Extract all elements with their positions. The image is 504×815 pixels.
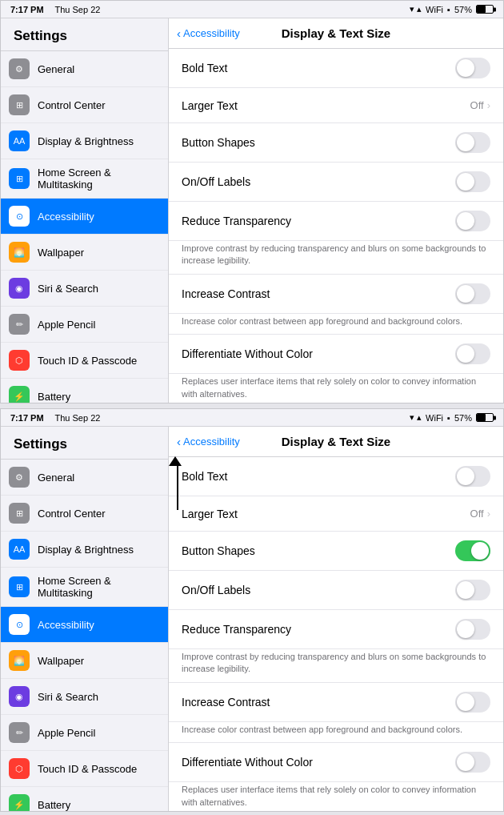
sidebar-item-wallpaper[interactable]: 🌅 Wallpaper [1, 643, 168, 679]
battery-percent: 57% [454, 5, 472, 14]
toggle-reduce-transparency[interactable] [455, 619, 490, 640]
wifi-icon: ▾ ▴ [410, 4, 422, 14]
row-label-diff-without-color: Differentiate Without Color [182, 756, 313, 769]
status-bar-left: 7:17 PM Thu Sep 22 [10, 413, 100, 423]
off-label-larger-text: Off [470, 508, 484, 520]
ipad-panel-2: 7:17 PM Thu Sep 22 ▾ ▴ WiFi ▪ 57% Settin… [0, 408, 504, 812]
settings-row-inner-onoff-labels: On/Off Labels [169, 163, 503, 202]
sidebar-item-control-center[interactable]: ⊞ Control Center [1, 87, 168, 123]
sidebar-icon-accessibility: ⊙ [9, 206, 30, 227]
sidebar-1: Settings ⚙ General ⊞ Control Center AA D… [1, 18, 169, 403]
sidebar-icon-home-screen: ⊞ [9, 576, 30, 597]
sidebar-item-home-screen[interactable]: ⊞ Home Screen & Multitasking [1, 159, 168, 199]
row-desc-diff-without-color: Replaces user interface items that rely … [169, 782, 503, 811]
sidebar-item-touchid[interactable]: ⬡ Touch ID & Passcode [1, 343, 168, 379]
settings-row-diff-without-color: Differentiate Without Color Replaces use… [169, 335, 503, 403]
sidebar-icon-wallpaper: 🌅 [9, 650, 30, 671]
toggle-diff-without-color[interactable] [455, 343, 490, 364]
sidebar-label-home-screen: Home Screen & Multitasking [38, 167, 158, 191]
sidebar-item-home-screen[interactable]: ⊞ Home Screen & Multitasking [1, 568, 168, 607]
toggle-onoff-labels[interactable] [455, 171, 490, 192]
sidebar-label-touchid: Touch ID & Passcode [38, 355, 137, 367]
status-bar: 7:17 PM Thu Sep 22 ▾ ▴ WiFi ▪ 57% [1, 409, 503, 427]
back-label: Accessibility [183, 436, 240, 448]
sidebar-label-touchid: Touch ID & Passcode [38, 763, 137, 775]
sidebar-item-accessibility[interactable]: ⊙ Accessibility [1, 199, 168, 235]
battery-percent: 57% [454, 413, 472, 423]
sidebar-item-battery[interactable]: ⚡ Battery [1, 787, 168, 811]
sidebar-label-home-screen: Home Screen & Multitasking [38, 575, 158, 599]
ipad-panel-1: 7:17 PM Thu Sep 22 ▾ ▴ WiFi ▪ 57% Settin… [0, 0, 504, 403]
sidebar-icon-touchid: ⬡ [9, 350, 30, 371]
back-button[interactable]: ‹ Accessibility [177, 435, 240, 448]
sidebar-label-accessibility: Accessibility [38, 619, 94, 631]
sidebar-label-general: General [38, 472, 74, 484]
settings-section: Bold Text Larger Text Off› Button Shapes… [169, 457, 503, 811]
sidebar-item-display[interactable]: AA Display & Brightness [1, 532, 168, 568]
status-bar: 7:17 PM Thu Sep 22 ▾ ▴ WiFi ▪ 57% [1, 1, 503, 18]
toggle-increase-contrast[interactable] [455, 283, 490, 304]
sidebar-label-display: Display & Brightness [38, 544, 134, 556]
battery-icon: ▪ [447, 413, 450, 423]
sidebar-title: Settings [1, 18, 168, 51]
status-bar-left: 7:17 PM Thu Sep 22 [10, 5, 100, 14]
signal-icon: WiFi [426, 413, 443, 423]
wifi-icon: ▾ ▴ [410, 412, 422, 423]
signal-icon: WiFi [426, 5, 443, 14]
toggle-button-shapes[interactable] [455, 132, 490, 153]
sidebar-item-pencil[interactable]: ✏ Apple Pencil [1, 715, 168, 751]
status-bar-right: ▾ ▴ WiFi ▪ 57% [410, 412, 494, 423]
sidebar-icon-display: AA [9, 130, 30, 151]
back-button[interactable]: ‹ Accessibility [177, 26, 240, 40]
settings-row-onoff-labels: On/Off Labels [169, 571, 503, 610]
toggle-bold-text[interactable] [455, 466, 490, 487]
sidebar-label-wallpaper: Wallpaper [38, 655, 84, 667]
sidebar-icon-siri: ◉ [9, 686, 30, 707]
sidebar-item-accessibility[interactable]: ⊙ Accessibility [1, 607, 168, 643]
sidebar-item-siri[interactable]: ◉ Siri & Search [1, 271, 168, 307]
value-larger-text[interactable]: Off› [470, 508, 490, 520]
toggle-onoff-labels[interactable] [455, 580, 490, 600]
sidebar-icon-battery: ⚡ [9, 386, 30, 403]
sidebar-icon-general: ⚙ [9, 467, 30, 488]
toggle-reduce-transparency[interactable] [455, 211, 490, 231]
content-2: ‹ Accessibility Display & Text Size Bold… [169, 427, 503, 811]
sidebar-item-siri[interactable]: ◉ Siri & Search [1, 679, 168, 715]
back-label: Accessibility [183, 27, 240, 39]
status-time: 7:17 PM [10, 413, 44, 423]
sidebar-item-touchid[interactable]: ⬡ Touch ID & Passcode [1, 751, 168, 787]
sidebar-icon-touchid: ⬡ [9, 758, 30, 779]
sidebar-icon-pencil: ✏ [9, 314, 30, 335]
sidebar-item-general[interactable]: ⚙ General [1, 460, 168, 496]
row-desc-increase-contrast: Increase color contrast between app fore… [169, 722, 503, 743]
value-larger-text[interactable]: Off› [470, 99, 490, 111]
sidebar-icon-wallpaper: 🌅 [9, 242, 30, 263]
toggle-diff-without-color[interactable] [455, 752, 490, 773]
sidebar-title: Settings [1, 427, 168, 460]
sidebar-label-pencil: Apple Pencil [38, 727, 95, 739]
sidebar-item-pencil[interactable]: ✏ Apple Pencil [1, 307, 168, 343]
row-label-diff-without-color: Differentiate Without Color [182, 347, 313, 360]
settings-row-inner-diff-without-color: Differentiate Without Color [169, 335, 503, 374]
row-label-onoff-labels: On/Off Labels [182, 175, 250, 188]
status-date: Thu Sep 22 [50, 413, 101, 423]
main-layout-2: Settings ⚙ General ⊞ Control Center AA D… [1, 427, 503, 811]
sidebar-icon-battery: ⚡ [9, 794, 30, 811]
settings-row-inner-larger-text: Larger Text Off› [169, 88, 503, 123]
row-label-bold-text: Bold Text [182, 470, 227, 483]
off-label-larger-text: Off [470, 99, 484, 111]
sidebar-item-wallpaper[interactable]: 🌅 Wallpaper [1, 235, 168, 271]
sidebar-item-battery[interactable]: ⚡ Battery [1, 379, 168, 403]
settings-row-inner-diff-without-color: Differentiate Without Color [169, 743, 503, 782]
row-desc-diff-without-color: Replaces user interface items that rely … [169, 374, 503, 403]
toggle-increase-contrast[interactable] [455, 692, 490, 713]
sidebar-item-control-center[interactable]: ⊞ Control Center [1, 496, 168, 532]
sidebar-item-display[interactable]: AA Display & Brightness [1, 123, 168, 159]
sidebar-item-general[interactable]: ⚙ General [1, 51, 168, 87]
toggle-button-shapes[interactable] [455, 540, 490, 561]
sidebar-icon-display: AA [9, 539, 30, 560]
status-time: 7:17 PM [10, 5, 44, 14]
content-1: ‹ Accessibility Display & Text Size Bold… [169, 18, 503, 403]
toggle-bold-text[interactable] [455, 58, 490, 78]
settings-row-inner-button-shapes: Button Shapes [169, 123, 503, 163]
